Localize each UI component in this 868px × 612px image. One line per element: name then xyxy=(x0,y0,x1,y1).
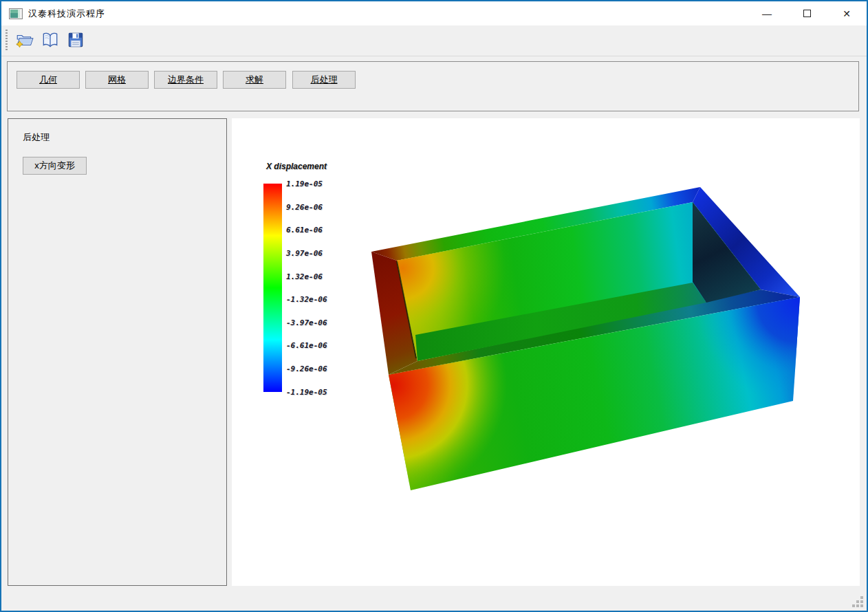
folder-open-icon xyxy=(15,30,34,50)
resize-grip[interactable] xyxy=(852,596,863,607)
toolbar xyxy=(1,25,867,56)
mesh-button[interactable]: 网格 xyxy=(85,71,149,89)
boundary-conditions-button[interactable]: 边界条件 xyxy=(154,71,217,89)
colorbar-tick: 1.19e-05 xyxy=(286,179,323,188)
x-deformation-button[interactable]: x方向变形 xyxy=(23,157,87,175)
render-viewport[interactable]: X displacement 1.19e-05 9.26e-06 6.61e-0… xyxy=(232,118,860,586)
app-window: 汉泰科技演示程序 — ✕ xyxy=(0,0,868,612)
model-3d[interactable] xyxy=(232,118,860,586)
open-model-button[interactable] xyxy=(39,29,62,52)
floppy-icon xyxy=(66,30,85,50)
colorbar-tick: 9.26e-06 xyxy=(286,203,323,212)
colorbar-tick: -1.32e-06 xyxy=(286,295,327,304)
colorbar-tick: 3.97e-06 xyxy=(286,249,323,258)
workflow-group: 几何 网格 边界条件 求解 后处理 xyxy=(7,61,859,111)
window-title: 汉泰科技演示程序 xyxy=(28,8,105,20)
colorbar-tick: -9.26e-06 xyxy=(286,364,327,373)
maximize-icon xyxy=(803,10,811,17)
save-button[interactable] xyxy=(64,29,87,52)
postprocess-panel: 后处理 x方向变形 xyxy=(8,118,227,586)
toolbar-grip-handle[interactable] xyxy=(6,30,8,52)
open-project-button[interactable] xyxy=(13,29,36,52)
colorbar-tick: 6.61e-06 xyxy=(286,226,323,234)
panel-title: 后处理 xyxy=(23,131,50,144)
colorbar-title: X displacement xyxy=(266,162,327,171)
maximize-button[interactable] xyxy=(787,1,827,25)
colorbar-tick: -3.97e-06 xyxy=(286,318,327,327)
colorbar-tick: 1.32e-06 xyxy=(286,272,323,281)
geometry-button[interactable]: 几何 xyxy=(17,71,80,89)
close-button[interactable]: ✕ xyxy=(827,1,867,25)
solve-button[interactable]: 求解 xyxy=(223,71,286,89)
status-bar xyxy=(1,587,867,611)
title-bar: 汉泰科技演示程序 — ✕ xyxy=(1,1,867,25)
postprocess-button[interactable]: 后处理 xyxy=(292,71,356,89)
colorbar-tick: -6.61e-06 xyxy=(286,341,327,350)
colorbar-tick: -1.19e-05 xyxy=(286,388,327,397)
minimize-button[interactable]: — xyxy=(747,1,787,25)
window-controls: — ✕ xyxy=(747,1,867,25)
app-icon xyxy=(9,8,23,19)
book-icon xyxy=(41,30,60,50)
colorbar xyxy=(263,184,282,392)
